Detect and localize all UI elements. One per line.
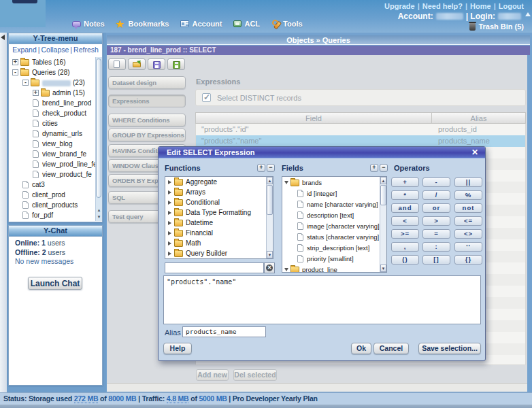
operator-button-2-2[interactable]: not xyxy=(454,203,482,213)
tree-scrollbar-thumb[interactable] xyxy=(96,58,101,198)
launch-chat-button[interactable]: Launch Chat xyxy=(28,277,82,290)
clear-search-button[interactable]: ✕ xyxy=(264,262,275,273)
tree-action-refresh[interactable]: Refresh xyxy=(73,46,99,54)
tree-action-expand[interactable]: Expand xyxy=(12,46,37,54)
functions-scrollbar-thumb[interactable] xyxy=(267,185,273,215)
collapse-toggle-icon[interactable]: - xyxy=(12,69,18,75)
function-group-datetime[interactable]: Datetime xyxy=(165,218,273,228)
tree-item-admin-15[interactable]: +admin (15) xyxy=(9,88,95,98)
tree-action-collapse[interactable]: Collapse xyxy=(41,46,69,54)
top-link-logout[interactable]: Logout xyxy=(499,2,524,10)
operator-button-4-0[interactable]: >= xyxy=(391,229,419,239)
operator-button-1-0[interactable]: * xyxy=(391,190,419,200)
tree-item-for-pdf[interactable]: for_pdf xyxy=(9,210,95,220)
functions-search-input[interactable] xyxy=(165,262,264,273)
operator-button-4-2[interactable]: <> xyxy=(454,229,482,239)
field-item-description-text[interactable]: description [text] xyxy=(282,209,386,220)
nav-item-notes[interactable]: Notes xyxy=(72,20,105,28)
tree-scrollbar[interactable]: ▲ ▼ xyxy=(95,57,102,221)
field-item-id-integer[interactable]: id [integer] xyxy=(282,188,386,199)
column-header-field[interactable]: Field xyxy=(196,113,432,123)
operator-button-4-1[interactable]: = xyxy=(422,229,450,239)
operator-button-3-1[interactable]: > xyxy=(422,216,450,226)
fields-scroll-down-icon[interactable]: ▼ xyxy=(380,265,386,272)
distinct-checkbox[interactable] xyxy=(202,93,211,102)
del-selected-button[interactable]: Del selected xyxy=(233,369,277,381)
nav-button-dataset-design[interactable]: Dataset design xyxy=(108,76,186,89)
operator-button-2-0[interactable]: and xyxy=(391,203,419,213)
open-button[interactable] xyxy=(128,58,146,70)
tree-item-tables-16[interactable]: +Tables (16) xyxy=(9,57,95,67)
column-header-alias[interactable]: Alias xyxy=(432,113,525,123)
operator-button-2-1[interactable]: or xyxy=(422,203,450,213)
status-link[interactable]: 272 MB xyxy=(74,394,99,403)
field-item-strip-description-text[interactable]: strip_description [text] xyxy=(282,242,386,253)
tree-item-client-prod[interactable]: client_prod xyxy=(9,190,95,200)
function-group-query-builder[interactable]: Query Builder xyxy=(165,248,273,258)
ok-button[interactable]: Ok xyxy=(351,343,371,354)
nav-item-bookmarks[interactable]: ★Bookmarks xyxy=(116,20,169,29)
top-link-upgrade[interactable]: Upgrade xyxy=(384,2,415,10)
expression-row[interactable]: "products"."name"products_name xyxy=(195,135,526,147)
nav-button-group-by-expressions[interactable]: GROUP BY Expressions xyxy=(108,129,186,141)
sidebar-collapse-arrow[interactable] xyxy=(1,35,5,40)
operator-button-1-2[interactable]: % xyxy=(454,190,482,200)
function-group-data-type-formatting[interactable]: Data Type Formatting xyxy=(165,207,273,218)
fields-scroll-up-icon[interactable]: ▲ xyxy=(380,177,386,184)
operator-button-5-0[interactable]: , xyxy=(391,242,419,252)
operator-button-3-0[interactable]: < xyxy=(391,216,419,226)
functions-scroll-down-icon[interactable]: ▼ xyxy=(267,251,273,258)
tree-item-redacted[interactable]: -(23) xyxy=(9,78,95,88)
operator-button-6-2[interactable]: {} xyxy=(454,255,482,265)
nav-item-acl[interactable]: ACL xyxy=(233,20,260,28)
field-item-status-character-varying[interactable]: status [character varying] xyxy=(282,231,386,242)
nav-item-tools[interactable]: Tools xyxy=(271,20,303,29)
alias-input[interactable] xyxy=(182,326,266,337)
function-group-financial[interactable]: Financial xyxy=(165,228,273,238)
expand-toggle-icon[interactable]: + xyxy=(12,59,18,65)
operator-button-6-1[interactable]: [] xyxy=(422,255,450,265)
functions-collapse-all-button[interactable]: − xyxy=(267,164,275,172)
fields-scrollbar-thumb[interactable] xyxy=(380,185,386,205)
tree-item-view-brand-fe[interactable]: view_brand_fe xyxy=(9,149,95,159)
tree-item-cities[interactable]: cities xyxy=(9,118,95,129)
functions-scroll-up-icon[interactable]: ▲ xyxy=(267,177,273,184)
new-button[interactable] xyxy=(108,58,126,70)
function-group-conditional[interactable]: Conditional xyxy=(165,197,273,207)
operator-button-6-0[interactable]: () xyxy=(391,255,419,265)
save-as-button[interactable] xyxy=(167,58,185,70)
field-item-priority-smallint[interactable]: priority [smallint] xyxy=(282,253,386,264)
operator-button-1-1[interactable]: / xyxy=(422,190,450,200)
nav-item-account[interactable]: Account xyxy=(180,20,222,28)
tree-item-dynamic-urls[interactable]: dynamic_urls xyxy=(9,129,95,139)
functions-expand-all-button[interactable]: + xyxy=(257,164,265,172)
tree-item-queries-28[interactable]: -Queries (28) xyxy=(9,67,95,78)
operator-button-0-1[interactable]: - xyxy=(422,177,450,187)
nav-button-expressions[interactable]: Expressions xyxy=(108,95,186,107)
tree-item-view-prod-line-fe[interactable]: view_prod_line_fe xyxy=(9,159,95,169)
status-link[interactable]: 8000 MB xyxy=(108,394,136,403)
fields-scrollbar[interactable]: ▲ ▼ xyxy=(380,177,386,272)
cancel-button[interactable]: Cancel xyxy=(373,343,409,354)
operator-button-0-2[interactable]: || xyxy=(454,177,482,187)
operator-button-5-2[interactable]: '' xyxy=(454,242,482,252)
operator-button-0-0[interactable]: + xyxy=(391,177,419,187)
nav-button-where-conditions[interactable]: WHERE Conditions xyxy=(108,114,186,126)
expand-toggle-icon[interactable]: + xyxy=(33,90,39,96)
fields-collapse-all-button[interactable]: − xyxy=(380,164,388,172)
operator-button-3-2[interactable]: <= xyxy=(454,216,482,226)
expression-textarea[interactable] xyxy=(163,275,481,324)
function-group-math[interactable]: Math xyxy=(165,238,273,248)
fields-expand-all-button[interactable]: + xyxy=(370,164,378,172)
field-item-name-character-varying[interactable]: name [character varying] xyxy=(282,199,386,209)
tree-item-view-product-fe[interactable]: view_product_fe xyxy=(9,169,95,180)
field-item-brands[interactable]: brands xyxy=(282,177,386,188)
collapse-toggle-icon[interactable]: - xyxy=(22,80,29,86)
top-link-need-help[interactable]: Need help? xyxy=(422,2,463,10)
tree-scroll-down-icon[interactable]: ▼ xyxy=(96,214,102,220)
help-button[interactable]: Help xyxy=(163,343,192,354)
save-button[interactable] xyxy=(148,58,165,70)
horizontal-scrollbar[interactable] xyxy=(107,383,527,392)
status-link[interactable]: 4.8 MB xyxy=(167,394,189,403)
field-item-image-character-varying[interactable]: image [character varying] xyxy=(282,220,386,231)
